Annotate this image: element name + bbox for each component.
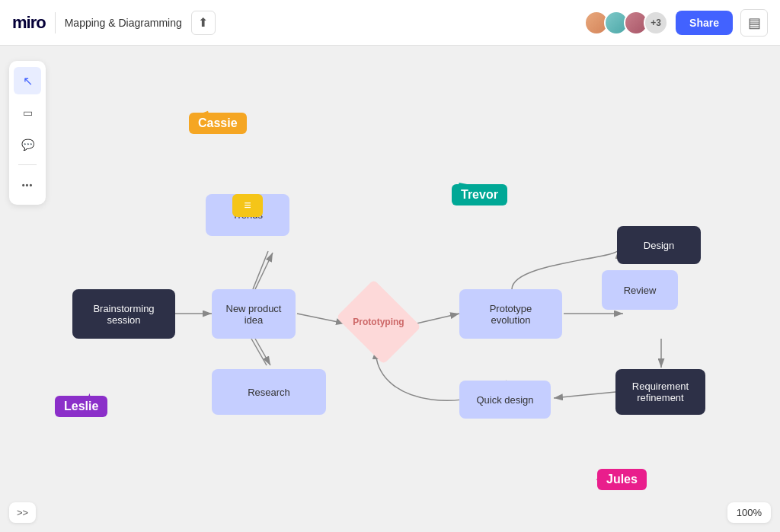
more-icon: •••	[22, 180, 34, 190]
node-requirement-refinement[interactable]: Requirement refinement	[615, 369, 705, 415]
comment-tool[interactable]: 💬	[14, 131, 41, 158]
svg-line-10	[554, 392, 615, 398]
node-trends-container: ≡ Trends	[232, 194, 263, 220]
node-review-container: ≡ Review	[625, 270, 655, 295]
node-prototype-evolution[interactable]: Prototype evolution	[459, 289, 562, 339]
trevor-label: Trevor	[452, 184, 507, 205]
trevor-cursor: Trevor	[452, 184, 467, 197]
node-new-product[interactable]: New product idea	[212, 289, 296, 339]
toolbar-divider	[18, 164, 37, 165]
template-button[interactable]: ▤	[740, 9, 768, 37]
prototyping-label: Prototyping	[353, 317, 404, 327]
chat-icon: ≡	[244, 199, 251, 212]
node-prototyping-container: Prototyping	[345, 295, 412, 349]
share-button[interactable]: Share	[676, 11, 733, 35]
sticky-icon: ▭	[23, 107, 33, 119]
select-tool[interactable]: ↖	[14, 67, 41, 94]
svg-line-4	[255, 339, 270, 365]
cassie-cursor: Cassie	[189, 113, 210, 124]
cassie-label: Cassie	[189, 113, 247, 134]
left-toolbar: ↖ ▭ 💬 •••	[9, 61, 46, 205]
svg-line-2	[255, 253, 273, 289]
node-review[interactable]: Review	[602, 270, 678, 310]
svg-line-3	[253, 251, 268, 289]
jules-label: Jules	[597, 469, 647, 490]
canvas[interactable]: Brainstorming session New product idea ≡…	[0, 46, 780, 532]
footer-left-btn[interactable]: >>	[9, 502, 36, 523]
upload-icon: ⬆	[198, 15, 208, 30]
logo: miro	[12, 13, 46, 33]
svg-line-5	[251, 339, 267, 365]
node-research[interactable]: Research	[212, 369, 326, 415]
node-brainstorming[interactable]: Brainstorming session	[72, 289, 175, 339]
template-icon: ▤	[748, 14, 761, 31]
avatar-group: +3	[584, 11, 668, 35]
zoom-level[interactable]: 100%	[727, 502, 771, 523]
select-icon: ↖	[23, 74, 33, 88]
node-design[interactable]: Design	[617, 226, 701, 264]
header-right: +3 Share ▤	[584, 9, 768, 37]
svg-line-7	[417, 314, 459, 323]
header: miro Mapping & Diagramming ⬆ +3 Share ▤	[0, 0, 780, 46]
avatar-count[interactable]: +3	[644, 11, 668, 35]
sticky-tool[interactable]: ▭	[14, 99, 41, 126]
header-divider	[55, 12, 56, 33]
leslie-label: Leslie	[55, 396, 107, 417]
more-tool[interactable]: •••	[14, 171, 41, 199]
node-quick-design[interactable]: Quick design	[459, 381, 551, 419]
board-title[interactable]: Mapping & Diagramming	[65, 17, 182, 29]
comment-icon: 💬	[21, 139, 34, 151]
upload-button[interactable]: ⬆	[191, 11, 216, 35]
trends-icon-badge: ≡	[232, 194, 263, 217]
